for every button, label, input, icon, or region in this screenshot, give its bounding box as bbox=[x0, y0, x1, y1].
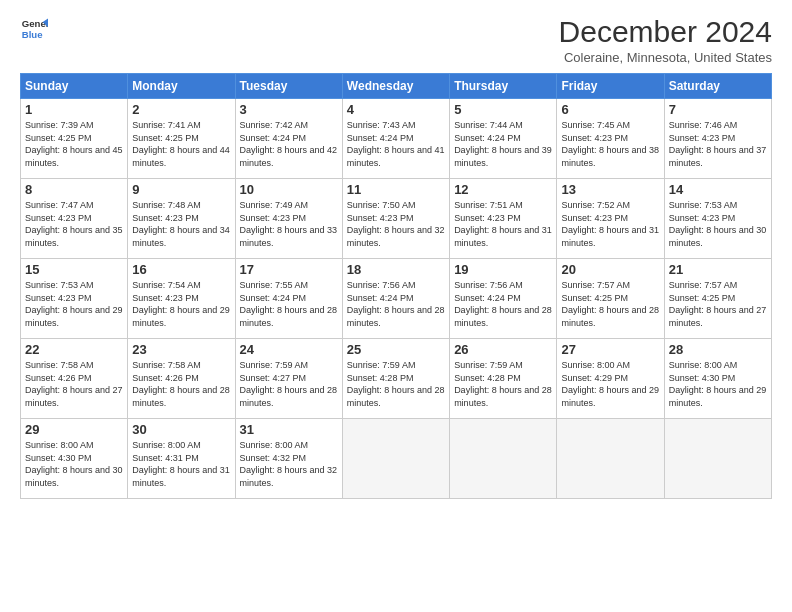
calendar-day-cell: 11 Sunrise: 7:50 AMSunset: 4:23 PMDaylig… bbox=[342, 179, 449, 259]
calendar-day-cell: 30 Sunrise: 8:00 AMSunset: 4:31 PMDaylig… bbox=[128, 419, 235, 499]
day-info: Sunrise: 7:58 AMSunset: 4:26 PMDaylight:… bbox=[132, 360, 230, 408]
calendar-day-cell: 31 Sunrise: 8:00 AMSunset: 4:32 PMDaylig… bbox=[235, 419, 342, 499]
calendar-day-cell: 27 Sunrise: 8:00 AMSunset: 4:29 PMDaylig… bbox=[557, 339, 664, 419]
calendar-week-row: 15 Sunrise: 7:53 AMSunset: 4:23 PMDaylig… bbox=[21, 259, 772, 339]
day-number: 31 bbox=[240, 422, 338, 437]
day-number: 7 bbox=[669, 102, 767, 117]
day-info: Sunrise: 7:53 AMSunset: 4:23 PMDaylight:… bbox=[669, 200, 767, 248]
calendar-day-cell: 12 Sunrise: 7:51 AMSunset: 4:23 PMDaylig… bbox=[450, 179, 557, 259]
calendar-week-row: 1 Sunrise: 7:39 AMSunset: 4:25 PMDayligh… bbox=[21, 99, 772, 179]
day-number: 5 bbox=[454, 102, 552, 117]
calendar-day-cell: 21 Sunrise: 7:57 AMSunset: 4:25 PMDaylig… bbox=[664, 259, 771, 339]
day-number: 4 bbox=[347, 102, 445, 117]
calendar-day-header: Wednesday bbox=[342, 74, 449, 99]
day-info: Sunrise: 7:50 AMSunset: 4:23 PMDaylight:… bbox=[347, 200, 445, 248]
calendar-day-cell: 20 Sunrise: 7:57 AMSunset: 4:25 PMDaylig… bbox=[557, 259, 664, 339]
calendar-day-cell: 29 Sunrise: 8:00 AMSunset: 4:30 PMDaylig… bbox=[21, 419, 128, 499]
calendar-day-header: Saturday bbox=[664, 74, 771, 99]
day-info: Sunrise: 7:59 AMSunset: 4:28 PMDaylight:… bbox=[347, 360, 445, 408]
calendar-day-cell: 14 Sunrise: 7:53 AMSunset: 4:23 PMDaylig… bbox=[664, 179, 771, 259]
day-number: 13 bbox=[561, 182, 659, 197]
day-info: Sunrise: 7:57 AMSunset: 4:25 PMDaylight:… bbox=[669, 280, 767, 328]
day-number: 18 bbox=[347, 262, 445, 277]
day-info: Sunrise: 7:59 AMSunset: 4:27 PMDaylight:… bbox=[240, 360, 338, 408]
day-info: Sunrise: 8:00 AMSunset: 4:30 PMDaylight:… bbox=[669, 360, 767, 408]
calendar-day-cell: 16 Sunrise: 7:54 AMSunset: 4:23 PMDaylig… bbox=[128, 259, 235, 339]
calendar-week-row: 29 Sunrise: 8:00 AMSunset: 4:30 PMDaylig… bbox=[21, 419, 772, 499]
calendar-day-cell: 26 Sunrise: 7:59 AMSunset: 4:28 PMDaylig… bbox=[450, 339, 557, 419]
day-info: Sunrise: 7:53 AMSunset: 4:23 PMDaylight:… bbox=[25, 280, 123, 328]
calendar-day-cell: 6 Sunrise: 7:45 AMSunset: 4:23 PMDayligh… bbox=[557, 99, 664, 179]
calendar-day-header: Tuesday bbox=[235, 74, 342, 99]
calendar-day-cell: 17 Sunrise: 7:55 AMSunset: 4:24 PMDaylig… bbox=[235, 259, 342, 339]
calendar-day-cell: 7 Sunrise: 7:46 AMSunset: 4:23 PMDayligh… bbox=[664, 99, 771, 179]
day-number: 30 bbox=[132, 422, 230, 437]
calendar-day-cell bbox=[342, 419, 449, 499]
calendar-day-cell bbox=[664, 419, 771, 499]
day-number: 1 bbox=[25, 102, 123, 117]
calendar-day-header: Monday bbox=[128, 74, 235, 99]
day-info: Sunrise: 7:45 AMSunset: 4:23 PMDaylight:… bbox=[561, 120, 659, 168]
day-info: Sunrise: 7:39 AMSunset: 4:25 PMDaylight:… bbox=[25, 120, 123, 168]
day-number: 27 bbox=[561, 342, 659, 357]
calendar-day-cell: 28 Sunrise: 8:00 AMSunset: 4:30 PMDaylig… bbox=[664, 339, 771, 419]
day-info: Sunrise: 7:49 AMSunset: 4:23 PMDaylight:… bbox=[240, 200, 338, 248]
calendar-day-cell bbox=[557, 419, 664, 499]
day-info: Sunrise: 7:42 AMSunset: 4:24 PMDaylight:… bbox=[240, 120, 338, 168]
day-info: Sunrise: 7:52 AMSunset: 4:23 PMDaylight:… bbox=[561, 200, 659, 248]
day-number: 25 bbox=[347, 342, 445, 357]
calendar-day-cell: 15 Sunrise: 7:53 AMSunset: 4:23 PMDaylig… bbox=[21, 259, 128, 339]
day-number: 24 bbox=[240, 342, 338, 357]
svg-text:Blue: Blue bbox=[22, 29, 43, 40]
day-number: 28 bbox=[669, 342, 767, 357]
day-info: Sunrise: 8:00 AMSunset: 4:30 PMDaylight:… bbox=[25, 440, 123, 488]
calendar-day-cell: 3 Sunrise: 7:42 AMSunset: 4:24 PMDayligh… bbox=[235, 99, 342, 179]
day-number: 22 bbox=[25, 342, 123, 357]
day-number: 20 bbox=[561, 262, 659, 277]
logo-icon: General Blue bbox=[20, 15, 48, 43]
calendar-day-cell: 24 Sunrise: 7:59 AMSunset: 4:27 PMDaylig… bbox=[235, 339, 342, 419]
day-number: 17 bbox=[240, 262, 338, 277]
calendar-week-row: 8 Sunrise: 7:47 AMSunset: 4:23 PMDayligh… bbox=[21, 179, 772, 259]
day-number: 8 bbox=[25, 182, 123, 197]
day-info: Sunrise: 7:59 AMSunset: 4:28 PMDaylight:… bbox=[454, 360, 552, 408]
calendar-day-header: Sunday bbox=[21, 74, 128, 99]
calendar-day-cell: 25 Sunrise: 7:59 AMSunset: 4:28 PMDaylig… bbox=[342, 339, 449, 419]
calendar-day-cell: 19 Sunrise: 7:56 AMSunset: 4:24 PMDaylig… bbox=[450, 259, 557, 339]
page: General Blue December 2024 Coleraine, Mi… bbox=[0, 0, 792, 612]
calendar-day-cell: 8 Sunrise: 7:47 AMSunset: 4:23 PMDayligh… bbox=[21, 179, 128, 259]
day-info: Sunrise: 8:00 AMSunset: 4:31 PMDaylight:… bbox=[132, 440, 230, 488]
day-number: 10 bbox=[240, 182, 338, 197]
day-info: Sunrise: 7:46 AMSunset: 4:23 PMDaylight:… bbox=[669, 120, 767, 168]
day-number: 23 bbox=[132, 342, 230, 357]
day-number: 14 bbox=[669, 182, 767, 197]
calendar-day-header: Thursday bbox=[450, 74, 557, 99]
day-info: Sunrise: 7:44 AMSunset: 4:24 PMDaylight:… bbox=[454, 120, 552, 168]
day-number: 29 bbox=[25, 422, 123, 437]
calendar-day-cell: 4 Sunrise: 7:43 AMSunset: 4:24 PMDayligh… bbox=[342, 99, 449, 179]
title-block: December 2024 Coleraine, Minnesota, Unit… bbox=[559, 15, 772, 65]
day-info: Sunrise: 7:41 AMSunset: 4:25 PMDaylight:… bbox=[132, 120, 230, 168]
day-number: 12 bbox=[454, 182, 552, 197]
day-info: Sunrise: 7:57 AMSunset: 4:25 PMDaylight:… bbox=[561, 280, 659, 328]
calendar-day-cell: 9 Sunrise: 7:48 AMSunset: 4:23 PMDayligh… bbox=[128, 179, 235, 259]
main-title: December 2024 bbox=[559, 15, 772, 48]
calendar-week-row: 22 Sunrise: 7:58 AMSunset: 4:26 PMDaylig… bbox=[21, 339, 772, 419]
calendar-day-cell: 22 Sunrise: 7:58 AMSunset: 4:26 PMDaylig… bbox=[21, 339, 128, 419]
day-number: 11 bbox=[347, 182, 445, 197]
day-number: 21 bbox=[669, 262, 767, 277]
calendar-header-row: SundayMondayTuesdayWednesdayThursdayFrid… bbox=[21, 74, 772, 99]
day-number: 9 bbox=[132, 182, 230, 197]
day-info: Sunrise: 7:56 AMSunset: 4:24 PMDaylight:… bbox=[347, 280, 445, 328]
svg-text:General: General bbox=[22, 18, 48, 29]
day-info: Sunrise: 8:00 AMSunset: 4:29 PMDaylight:… bbox=[561, 360, 659, 408]
logo: General Blue bbox=[20, 15, 48, 43]
day-info: Sunrise: 7:43 AMSunset: 4:24 PMDaylight:… bbox=[347, 120, 445, 168]
calendar-day-cell: 10 Sunrise: 7:49 AMSunset: 4:23 PMDaylig… bbox=[235, 179, 342, 259]
day-number: 15 bbox=[25, 262, 123, 277]
day-info: Sunrise: 7:47 AMSunset: 4:23 PMDaylight:… bbox=[25, 200, 123, 248]
calendar-day-cell: 18 Sunrise: 7:56 AMSunset: 4:24 PMDaylig… bbox=[342, 259, 449, 339]
day-number: 26 bbox=[454, 342, 552, 357]
day-number: 6 bbox=[561, 102, 659, 117]
day-info: Sunrise: 7:54 AMSunset: 4:23 PMDaylight:… bbox=[132, 280, 230, 328]
